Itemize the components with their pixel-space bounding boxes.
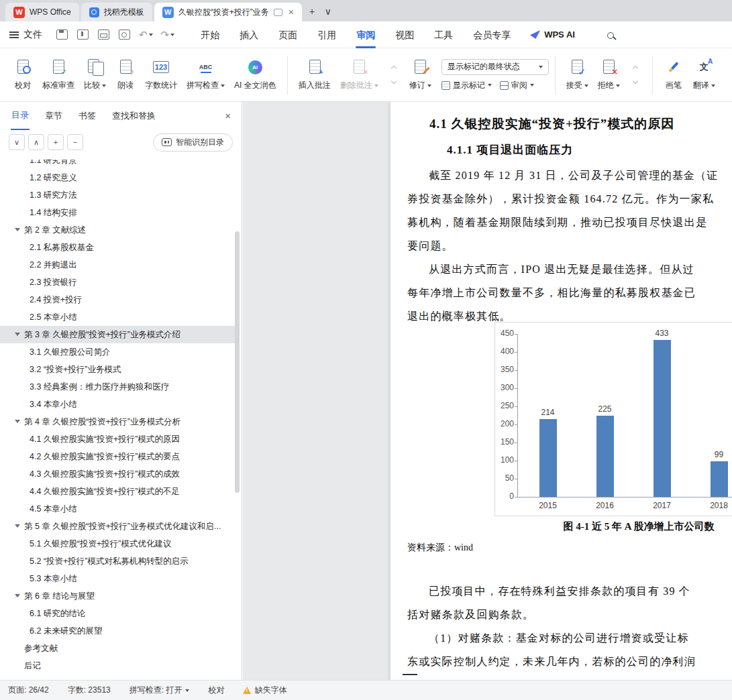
ribbon-divider [555,56,556,95]
menu-tab-home[interactable]: 开始 [191,21,229,48]
ribbon-button-insert-comment[interactable]: +插入批注 [294,55,335,95]
tab-docer-templates[interactable]: 找稻壳模板 [81,3,152,21]
toc-item[interactable]: 3.1 久银控股公司简介 [0,343,235,361]
y-axis-tick-label: 50 [495,473,514,483]
toc-item[interactable]: 第 4 章 久银控股“投资+投行”业务模式分析 [0,413,235,430]
toc-item[interactable]: 4.4 久银控股实施“投资+投行”模式的不足 [0,483,235,500]
toc-item[interactable]: 6.2 未来研究的展望 [0,622,235,640]
ribbon-button-accept[interactable]: ✓接受 [562,55,593,95]
toc-item[interactable]: 4.1 久银控股实施“投资+投行”模式的原因 [0,430,235,448]
menu-tab-insert[interactable]: 插入 [229,21,268,48]
toc-item[interactable]: 4.5 本章小结 [0,500,235,518]
ribbon-button-standard-review[interactable]: ✓标准审查 [38,55,79,95]
comment-nav [386,62,401,87]
collapse-triangle-icon[interactable] [15,333,20,336]
expand-all-button[interactable]: ∨ [9,134,25,150]
ribbon-button-word-count[interactable]: 123字数统计 [140,55,182,95]
toc-item[interactable]: 5.2 “投资+投行”模式对私募机构转型的启示 [0,552,235,570]
toc-item[interactable]: 2.5 本章小结 [0,308,235,326]
ribbon-button-reject[interactable]: ×拒绝 [593,55,625,95]
show-markup-button[interactable]: 显示标记 [441,80,492,91]
spell-check-toggle[interactable]: 拼写检查: 打开 [129,685,190,696]
app-tab-wps-office[interactable]: W WPS Office [5,3,79,21]
close-tab-icon[interactable]: × [289,7,294,17]
toc-item[interactable]: 4.3 久银控股实施“投资+投行”模式的成效 [0,465,235,483]
menu-tab-view[interactable]: 视图 [385,21,424,48]
toc-item[interactable]: 第 2 章 文献综述 [0,221,235,239]
x-axis-tick-label: 2016 [576,501,633,510]
toc-item[interactable]: 第 6 章 结论与展望 [0,587,235,605]
collapse-triangle-icon[interactable] [15,420,20,423]
toc-item[interactable]: 第 5 章 久银控股“投资+投行”业务模式优化建议和启... [0,518,235,535]
toc-item[interactable]: 5.3 本章小结 [0,570,235,587]
toc-item[interactable]: 2.2 并购退出 [0,256,235,274]
sidebar-tab-find-replace[interactable]: 查找和替换 [111,103,156,129]
show-markup-state-select[interactable]: 显示标记的最终状态 [441,59,549,75]
toc-item[interactable]: 4.2 久银控股实施“投资+投行”模式的要点 [0,448,235,465]
toc-item[interactable]: 2.4 投资+投行 [0,291,235,308]
chart-bar-2018 [711,461,728,497]
sidebar-tab-contents[interactable]: 目录 [11,102,30,130]
print-preview-icon[interactable] [119,30,130,40]
toc-item[interactable]: 3.4 本章小结 [0,396,235,413]
toc-item[interactable]: 1.4 结构安排 [0,204,235,221]
collapse-all-button[interactable]: ∧ [28,134,44,150]
redo-button[interactable]: ↷ [161,29,175,41]
ribbon-button-read-aloud[interactable]: ♪朗读 [111,55,140,95]
toc-item[interactable]: 3.3 经典案例：维力医疗并购狼和医疗 [0,378,235,396]
sidebar-scrollbar-thumb[interactable] [235,231,240,493]
menu-tab-member[interactable]: 会员专享 [463,21,521,48]
tab-document[interactable]: W 久银控股“投资+投行”业务 × [154,3,302,21]
toc-item[interactable]: 1.2 研究意义 [0,169,235,186]
toc-item[interactable]: 5.1 久银控股“投资+投行”模式优化建议 [0,535,235,552]
figure-chart[interactable]: 0501001502002503003504004502142015225201… [494,322,732,516]
toc-item[interactable]: 1.3 研究方法 [0,186,235,204]
word-count-indicator[interactable]: 字数: 23513 [68,685,111,696]
toc-item[interactable]: 后记 [0,657,235,675]
page-indicator[interactable]: 页面: 26/42 [8,685,49,696]
smart-identify-toc-button[interactable]: 智能识别目录 [153,133,233,152]
review-pane-button[interactable]: 审阅 [500,80,534,91]
sidebar-tab-chapters[interactable]: 章节 [44,103,63,129]
sidebar-tab-bookmarks[interactable]: 书签 [78,103,97,129]
markup-controls: 显示标记的最终状态 显示标记 审阅 [441,59,549,91]
document-page[interactable]: 4.1 久银控股实施“投资+投行”模式的原因 4.1.1 项目退出面临压力 截至… [390,102,732,680]
print-icon[interactable] [98,30,109,40]
tab-list-chevron-icon[interactable]: ∨ [320,3,336,20]
undo-button[interactable]: ↶ [139,29,153,41]
ribbon-button-ink-brush[interactable]: 画笔 [659,55,688,95]
ribbon-button-track-changes[interactable]: 修订 [405,55,436,95]
close-sidebar-icon[interactable]: × [225,110,231,121]
docer-tab-label: 找稻壳模板 [104,7,144,18]
missing-font-warning[interactable]: ! 缺失字体 [243,685,286,696]
collapse-triangle-icon[interactable] [15,594,20,597]
ribbon-button-spell-check[interactable]: ABC拼写检查 [182,55,229,95]
collapse-triangle-icon[interactable] [15,524,20,528]
x-axis-tick-label: 2015 [519,501,576,510]
proofread-status-button[interactable]: 校对 [208,685,224,696]
zoom-in-button[interactable]: + [48,134,64,150]
toc-item[interactable]: 参考文献 [0,640,235,657]
zoom-out-button[interactable]: − [67,134,83,150]
ribbon-button-proofread[interactable]: 校对 [8,55,38,95]
ribbon-button-compare[interactable]: 比较 [79,55,111,95]
toc-item[interactable]: 2.3 投资银行 [0,274,235,291]
new-tab-button[interactable]: + [304,3,320,20]
menu-tab-reference[interactable]: 引用 [307,21,346,48]
export-pdf-icon[interactable] [77,30,89,40]
save-icon[interactable] [56,30,68,40]
menu-tab-page[interactable]: 页面 [268,21,307,48]
menu-tab-tools[interactable]: 工具 [424,21,463,48]
toc-item[interactable]: 6.1 研究的结论 [0,605,235,622]
menu-tab-review[interactable]: 审阅 [346,21,385,48]
search-button[interactable] [607,30,614,42]
ribbon-button-translate[interactable]: 文A翻译 [688,55,720,95]
toc-item[interactable]: 1.1 研究背景 [0,160,235,169]
toc-item[interactable]: 第 3 章 久银控股“投资+投行”业务模式介绍 [0,326,235,343]
ribbon-button-ai-polish[interactable]: AIAI 全文润色 [229,55,281,95]
collapse-triangle-icon[interactable] [15,228,20,231]
toc-item[interactable]: 2.1 私募股权基金 [0,239,235,256]
file-menu-button[interactable]: 文件 [0,29,52,41]
toc-item[interactable]: 3.2 “投资+投行”业务模式 [0,361,235,378]
wps-ai-button[interactable]: WPS AI [530,30,575,40]
